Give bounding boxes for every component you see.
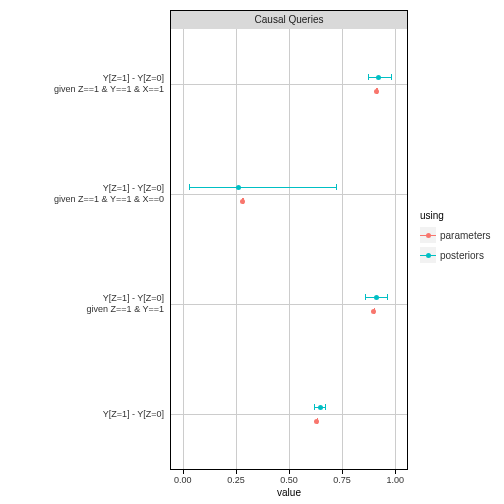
x-tick-label: 0.00 [163,475,203,485]
legend-label: posteriors [440,250,484,261]
y-tick-label: Y[Z=1] - Y[Z=0] given Z==1 & Y==1 [0,293,164,315]
y-tick-label: Y[Z=1] - Y[Z=0] given Z==1 & Y==1 & X==0 [0,183,164,205]
chart-figure: Causal Queries 0.000.250.500.751.00 Y[Z=… [0,0,504,504]
plot-area: Causal Queries [170,10,408,470]
x-tick-label: 0.75 [322,475,362,485]
legend-item: posteriors [420,247,491,263]
x-tick-label: 0.50 [269,475,309,485]
facet-title: Causal Queries [255,14,324,25]
legend-key-icon [420,227,436,243]
legend-key-icon [420,247,436,263]
legend-item: parameters [420,227,491,243]
x-axis-label: value [170,487,408,498]
facet-strip: Causal Queries [171,11,407,30]
x-tick-label: 1.00 [375,475,415,485]
legend-label: parameters [440,230,491,241]
x-tick-label: 0.25 [216,475,256,485]
y-tick-label: Y[Z=1] - Y[Z=0] [0,409,164,420]
plot-panel [171,29,407,469]
legend: using parametersposteriors [420,210,491,267]
y-tick-label: Y[Z=1] - Y[Z=0] given Z==1 & Y==1 & X==1 [0,73,164,95]
legend-title: using [420,210,491,221]
